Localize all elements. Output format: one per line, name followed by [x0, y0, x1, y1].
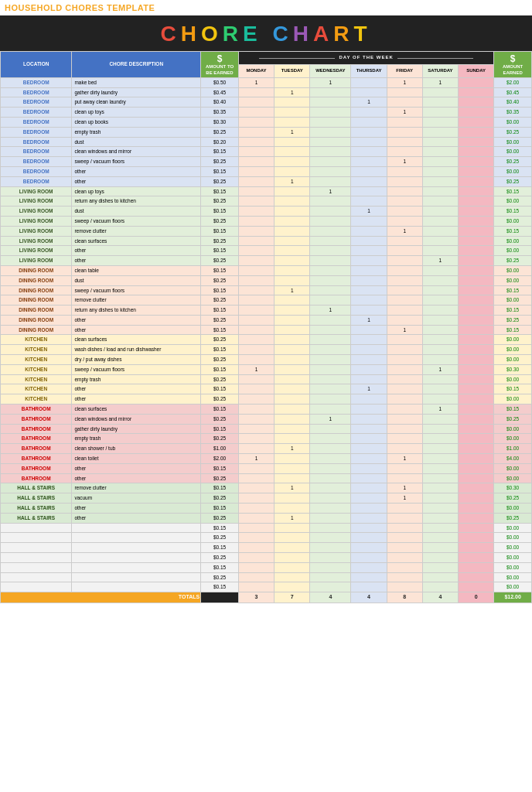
tuesday-cell: [275, 504, 310, 514]
sunday-cell: [459, 285, 494, 295]
table-row: BEDROOM other $0.15 $0.00: [1, 166, 532, 176]
table-row: $0.15 $0.00: [1, 562, 532, 572]
tuesday-cell: [275, 572, 310, 582]
thursday-cell: [351, 87, 387, 97]
saturday-cell: [422, 394, 458, 405]
chore-cell: other: [72, 384, 201, 394]
friday-cell: 1: [387, 77, 422, 87]
chore-cell: wash dishes / load and run dishwasher: [72, 345, 201, 355]
friday-cell: [387, 345, 422, 355]
friday-cell: [387, 444, 422, 454]
chore-cell: sweep / vacuum floors: [72, 285, 201, 295]
col-saturday-header: SATURDAY: [422, 64, 458, 77]
saturday-cell: [422, 374, 458, 384]
earned-cell: $0.00: [494, 463, 532, 473]
tuesday-cell: 1: [275, 444, 310, 454]
saturday-cell: [422, 315, 458, 325]
monday-cell: [238, 374, 274, 384]
location-cell: KITCHEN: [1, 394, 72, 405]
location-cell: LIVING ROOM: [1, 186, 72, 196]
tuesday-cell: 1: [275, 127, 310, 137]
sunday-cell: [459, 493, 494, 504]
amount-cell: $0.15: [201, 186, 239, 196]
table-row: LIVING ROOM remove clutter $0.15 1 $0.15: [1, 226, 532, 236]
earned-cell: $0.00: [494, 562, 532, 572]
total-monday: 3: [238, 592, 274, 603]
wednesday-cell: [310, 493, 351, 504]
thursday-cell: [351, 513, 387, 523]
tuesday-cell: [275, 335, 310, 345]
table-row: LIVING ROOM clean up toys $0.15 1 $0.15: [1, 186, 532, 196]
tuesday-cell: [275, 265, 310, 275]
total-thursday: 4: [351, 592, 387, 603]
location-cell: KITCHEN: [1, 384, 72, 394]
earned-cell: $0.00: [494, 424, 532, 434]
location-cell: LIVING ROOM: [1, 207, 72, 217]
table-row: DINING ROOM sweep / vacuum floors $0.15 …: [1, 285, 532, 295]
chore-cell: remove clutter: [72, 226, 201, 236]
table-row: BEDROOM dust $0.20 $0.00: [1, 137, 532, 147]
wednesday-cell: [310, 256, 351, 266]
amount-cell: $0.40: [201, 97, 239, 108]
amount-cell: $0.15: [201, 424, 239, 434]
thursday-cell: [351, 226, 387, 236]
tuesday-cell: [275, 394, 310, 405]
table-row: $0.25 $0.00: [1, 553, 532, 563]
sunday-cell: [459, 355, 494, 365]
friday-cell: [387, 405, 422, 415]
wednesday-cell: [310, 246, 351, 256]
wednesday-cell: [310, 553, 351, 563]
location-cell: BATHROOM: [1, 414, 72, 424]
sunday-cell: [459, 414, 494, 424]
location-cell: [1, 562, 72, 572]
saturday-cell: [422, 533, 458, 543]
saturday-cell: [422, 246, 458, 256]
tuesday-cell: [275, 434, 310, 444]
amount-cell: $0.15: [201, 345, 239, 355]
friday-cell: [387, 355, 422, 365]
chore-cell: [72, 543, 201, 553]
tuesday-cell: [275, 355, 310, 365]
chore-cell: clean windows and mirror: [72, 147, 201, 157]
monday-cell: [238, 216, 274, 226]
monday-cell: [238, 246, 274, 256]
chore-cell: dust: [72, 137, 201, 147]
chore-cell: put away clean laundry: [72, 97, 201, 108]
earned-cell: $0.00: [494, 434, 532, 444]
table-row: BEDROOM clean up books $0.30 $0.00: [1, 117, 532, 127]
tuesday-cell: [275, 117, 310, 127]
amount-cell: $0.15: [201, 384, 239, 394]
tuesday-cell: [275, 137, 310, 147]
earned-cell: $0.15: [494, 186, 532, 196]
thursday-cell: [351, 325, 387, 335]
friday-cell: 1: [387, 325, 422, 335]
amount-cell: $0.25: [201, 315, 239, 325]
earned-cell: $0.00: [494, 295, 532, 306]
amount-cell: $0.15: [201, 226, 239, 236]
amount-cell: $0.25: [201, 176, 239, 186]
location-cell: BATHROOM: [1, 473, 72, 483]
tuesday-cell: [275, 533, 310, 543]
saturday-cell: [422, 216, 458, 226]
earned-cell: $0.00: [494, 147, 532, 157]
thursday-cell: [351, 414, 387, 424]
table-row: LIVING ROOM other $0.15 $0.00: [1, 246, 532, 256]
location-cell: BATHROOM: [1, 424, 72, 434]
sunday-cell: [459, 533, 494, 543]
earned-cell: $0.00: [494, 473, 532, 483]
tuesday-cell: [275, 345, 310, 355]
table-row: $0.25 $0.00: [1, 533, 532, 543]
table-row: BATHROOM other $0.25 $0.00: [1, 473, 532, 483]
tuesday-cell: [275, 196, 310, 207]
table-row: LIVING ROOM sweep / vacuum floors $0.25 …: [1, 216, 532, 226]
thursday-cell: [351, 256, 387, 266]
thursday-cell: [351, 176, 387, 186]
thursday-cell: [351, 424, 387, 434]
amount-cell: $0.35: [201, 108, 239, 118]
friday-cell: [387, 315, 422, 325]
chore-cell: [72, 553, 201, 563]
friday-cell: [387, 306, 422, 316]
earned-cell: $0.25: [494, 414, 532, 424]
chart-header: CHORE CHART: [0, 15, 532, 51]
tuesday-cell: [275, 405, 310, 415]
